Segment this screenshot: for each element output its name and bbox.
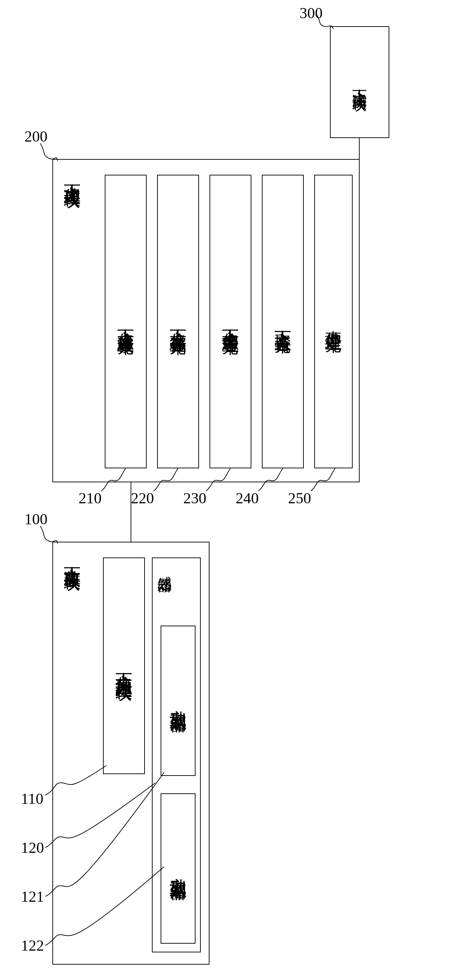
unit-230-label: 上下文信息管理单元	[222, 315, 239, 328]
leader-210	[101, 468, 129, 493]
unit-220: 上下文信息存储单元	[157, 175, 199, 468]
unit-220-label: 上下文信息存储单元	[169, 315, 187, 328]
module-access: 上下文访问模块	[330, 26, 389, 138]
sensor-active-2: 主动型感知器	[160, 793, 195, 943]
leader-200	[38, 142, 59, 162]
module-process-title: 上下文处理模块	[63, 170, 81, 180]
sensor-active-1: 主动型感知器	[160, 625, 195, 776]
leader-250	[311, 468, 339, 493]
leader-110	[45, 769, 108, 797]
ref-121: 121	[21, 888, 44, 905]
unit-230: 上下文信息管理单元	[209, 175, 251, 468]
ref-120: 120	[21, 839, 44, 857]
unit-210: 上下文信息建模单元	[105, 175, 147, 468]
connector-200-300	[359, 138, 360, 159]
leader-120	[45, 825, 157, 853]
sensor-active-2-label: 主动型感知器	[169, 864, 187, 873]
leader-220	[154, 468, 182, 493]
unit-210-label: 上下文信息建模单元	[117, 315, 135, 328]
leader-230	[206, 468, 234, 493]
leader-240	[259, 468, 286, 493]
unit-240-label: 上下文聚合单元	[274, 317, 292, 326]
unit-preprocess-label: 上下文信息预处理模块	[115, 659, 133, 673]
leader-300	[314, 12, 335, 32]
leader-121	[45, 874, 164, 902]
ref-220: 220	[131, 489, 154, 507]
ref-230: 230	[183, 489, 206, 507]
ref-240: 240	[236, 489, 259, 507]
unit-250-label: 事件处理单元	[325, 317, 342, 326]
unit-preprocess: 上下文信息预处理模块	[103, 557, 145, 774]
ref-250: 250	[288, 489, 311, 507]
unit-250: 事件处理单元	[314, 175, 353, 468]
leader-122	[45, 923, 164, 951]
ref-122: 122	[21, 937, 44, 955]
leader-100	[38, 524, 59, 545]
module-process: 上下文处理模块	[52, 159, 360, 482]
unit-240: 上下文聚合单元	[262, 175, 304, 468]
ref-210: 210	[79, 489, 102, 507]
module-access-title: 上下文访问模块	[352, 77, 367, 87]
module-acquire-title: 上下文获取模块	[63, 553, 81, 563]
sensor-group-label: 感知器	[157, 565, 172, 569]
diagram-canvas: 上下文获取模块 100 上下文信息预处理模块 110 感知器 120 主动型感知…	[0, 0, 449, 980]
sensor-active-1-label: 主动型感知器	[169, 697, 187, 705]
ref-110: 110	[21, 790, 43, 808]
